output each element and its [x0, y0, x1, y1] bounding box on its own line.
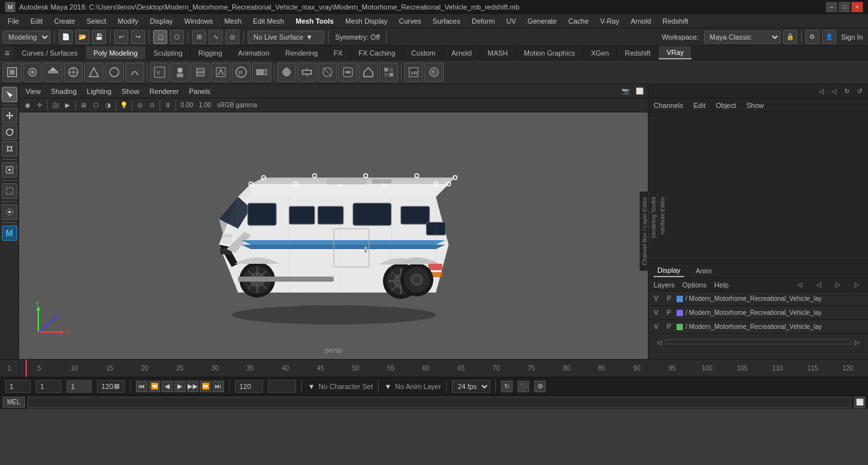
lasso-select-tool[interactable] [2, 183, 17, 199]
status-end-frame[interactable]: 120 [97, 380, 125, 393]
timeline-ruler[interactable]: 5 10 15 20 25 30 35 40 45 50 55 60 65 70… [19, 360, 868, 377]
soft-select-tool[interactable] [2, 204, 17, 220]
status-current-frame[interactable]: 1 [66, 380, 92, 393]
vray-icon-14[interactable] [277, 63, 296, 82]
tab-redshift[interactable]: Redshift [617, 46, 659, 59]
tab-vray[interactable]: VRay [659, 46, 692, 59]
undo-button[interactable]: ↩ [114, 30, 128, 44]
panel-icon-4[interactable]: ↺ [854, 86, 865, 97]
tab-mash[interactable]: MASH [480, 46, 516, 59]
lasso-button[interactable]: ⬡ [170, 30, 184, 44]
workspace-dropdown[interactable]: Modeling [3, 31, 50, 43]
vp-xray-icon[interactable]: ⊙ [146, 100, 158, 111]
channel-box-channels-tab[interactable]: Channels [654, 102, 683, 109]
minimize-button[interactable]: ─ [826, 2, 837, 12]
maximize-button[interactable]: □ [839, 2, 850, 12]
layers-nav-next[interactable]: ▷ [832, 279, 844, 291]
viewport-fullscreen-icon[interactable]: ⬜ [634, 86, 645, 97]
playback-next[interactable]: ▶▶ [187, 381, 198, 392]
vray-icon-3[interactable] [43, 63, 63, 82]
channel-box-edit-tab[interactable]: Edit [693, 102, 705, 109]
mel-label[interactable]: MEL [3, 397, 25, 408]
workspace-lock-button[interactable]: 🔒 [783, 30, 797, 44]
menu-select[interactable]: Select [82, 16, 112, 26]
sign-in-label[interactable]: Sign In [839, 33, 865, 41]
vp-wireframe-icon[interactable]: ⬡ [90, 100, 101, 111]
layers-options-menu[interactable]: Options [682, 281, 707, 289]
new-file-button[interactable]: 📄 [59, 30, 73, 44]
vp-pause-icon[interactable]: ⏸ [162, 100, 174, 111]
vray-icon-5[interactable] [84, 63, 103, 82]
loop-button[interactable]: ↻ [501, 381, 513, 392]
status-frame-field2[interactable]: 1 [36, 380, 61, 393]
snap-grid-button[interactable]: ⊞ [192, 30, 206, 44]
layers-nav-next2[interactable]: ▷ [851, 279, 863, 291]
viewport-menu-view[interactable]: View [22, 86, 45, 96]
vray-icon-9[interactable] [170, 63, 190, 82]
menu-uv[interactable]: UV [501, 16, 521, 26]
vp-select-icon[interactable]: ◉ [22, 100, 33, 111]
vray-icon-18[interactable] [359, 63, 378, 82]
vray-icon-12[interactable]: R [232, 63, 251, 82]
menu-arnold[interactable]: Arnold [625, 16, 656, 26]
layer-row-1[interactable]: V P / Modern_Motorhome_Recreational_Vehi… [648, 292, 868, 306]
vp-camera-icon[interactable]: 🎥 [50, 100, 61, 111]
layers-help-menu[interactable]: Help [714, 281, 729, 289]
snap-point-button[interactable]: ◎ [225, 30, 239, 44]
vray-icon-6[interactable] [105, 63, 124, 82]
menu-file[interactable]: File [3, 16, 24, 26]
menu-generate[interactable]: Generate [523, 16, 562, 26]
vray-icon-1[interactable] [3, 63, 22, 82]
select-tool[interactable] [2, 87, 17, 102]
viewport-menu-show[interactable]: Show [118, 86, 144, 96]
layer-1-pickable[interactable]: P [664, 295, 674, 302]
scale-tool[interactable] [2, 141, 17, 156]
menu-windows[interactable]: Windows [179, 16, 218, 26]
rotate-tool[interactable] [2, 125, 17, 140]
window-controls[interactable]: ─ □ ✕ [826, 2, 863, 12]
channel-box-show-tab[interactable]: Show [746, 102, 764, 109]
tab-custom[interactable]: Custom [403, 46, 444, 59]
layers-anim-tab[interactable]: Anim [692, 265, 715, 277]
layers-display-tab[interactable]: Display [654, 264, 684, 277]
vray-icon-2[interactable] [23, 63, 42, 82]
menu-vray[interactable]: V-Ray [595, 16, 624, 26]
vray-icon-16[interactable] [318, 63, 337, 82]
playback-prev[interactable]: ◀ [161, 381, 173, 392]
panel-icon-2[interactable]: ◁ [828, 86, 840, 97]
close-button[interactable]: ✕ [851, 2, 863, 12]
menu-create[interactable]: Create [49, 16, 80, 26]
viewport-menu-lighting[interactable]: Lighting [83, 86, 116, 96]
tab-poly-modeling[interactable]: Poly Modeling [86, 46, 146, 59]
vray-icon-8[interactable]: V [150, 63, 169, 82]
panel-icon-1[interactable]: ◁ [816, 86, 827, 97]
live-surface-button[interactable]: No Live Surface ▼ [248, 31, 324, 43]
menu-surfaces[interactable]: Surfaces [428, 16, 465, 26]
render-settings-button[interactable]: ⚙ [805, 30, 819, 44]
layers-layers-menu[interactable]: Layers [654, 281, 675, 289]
layer-2-visibility[interactable]: V [651, 309, 661, 316]
vray-icon-20[interactable]: VR [404, 63, 423, 82]
menu-mesh-tools[interactable]: Mesh Tools [290, 16, 339, 26]
vray-icon-4[interactable] [64, 63, 83, 82]
status-range-max[interactable] [268, 380, 296, 393]
tabs-scroll-left-button[interactable]: ≡ [0, 46, 14, 59]
layer-2-pickable[interactable]: P [664, 309, 674, 316]
vp-isolate-icon[interactable]: ◎ [134, 100, 146, 111]
vp-move-icon[interactable]: ✛ [34, 100, 45, 111]
status-frame-start[interactable]: 1 [5, 380, 31, 393]
tab-sculpting[interactable]: Sculpting [146, 46, 191, 59]
tab-fx-caching[interactable]: FX Caching [351, 46, 403, 59]
menu-modify[interactable]: Modify [112, 16, 143, 26]
menu-mesh-display[interactable]: Mesh Display [340, 16, 393, 26]
playback-go-to-end[interactable]: ⏭ [213, 381, 224, 392]
layer-row-3[interactable]: V P / Modern_Motorhome_Recreational_Vehi… [648, 320, 868, 334]
menu-edit[interactable]: Edit [26, 16, 48, 26]
vray-icon-10[interactable] [191, 63, 210, 82]
tab-curves-surfaces[interactable]: Curves / Surfaces [14, 46, 86, 59]
select-button[interactable]: ▢ [153, 30, 167, 44]
viewport-menu-panels[interactable]: Panels [185, 86, 214, 96]
timeline-playhead[interactable] [26, 360, 27, 377]
save-file-button[interactable]: 💾 [92, 30, 106, 44]
viewport-menu-shading[interactable]: Shading [47, 86, 80, 96]
